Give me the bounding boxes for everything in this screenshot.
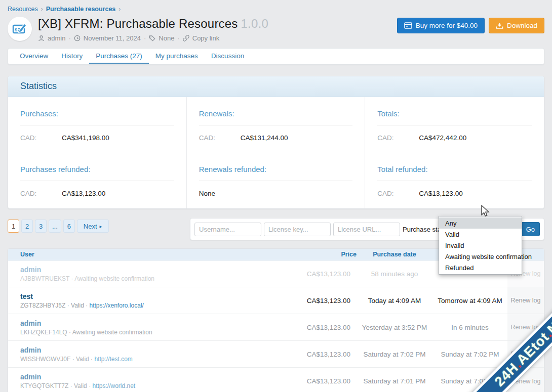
license-url-link[interactable]: https://world.net xyxy=(92,382,135,389)
price-cell: CA$13,123.00 xyxy=(298,324,357,331)
resource-header: $ [XB] XFRM: Purchasable Resources1.0.0 … xyxy=(0,15,552,46)
license-details: KTYGQTGKTT7Z · Valid · https://world.net xyxy=(20,382,293,389)
expiry-cell: In 6 minutes xyxy=(432,324,507,331)
license-url-input[interactable] xyxy=(333,223,400,236)
tab-bar: Overview History Purchases (27) My purch… xyxy=(8,48,544,65)
breadcrumb: Resources›Purchasable resources› xyxy=(0,0,552,15)
stat-totals: Totals: CAD:CA$472,442.00 xyxy=(365,97,544,153)
dropdown-option-invalid[interactable]: Invalid xyxy=(439,240,522,251)
statistics-grid: Purchases: CAD:CA$341,198.00 Renewals: C… xyxy=(8,97,544,208)
table-row: admin KTYGQTGKTT7Z · Valid · https://wor… xyxy=(8,368,544,392)
statistics-header: Statistics xyxy=(8,76,544,97)
column-header-purchase-date[interactable]: Purchase date xyxy=(357,249,432,260)
purchase-date-cell: Yesterday at 3:52 PM xyxy=(357,324,432,331)
license-key-input[interactable] xyxy=(264,223,331,236)
credit-card-icon xyxy=(404,22,412,29)
resource-tags: None xyxy=(159,34,174,42)
tab-discussion[interactable]: Discussion xyxy=(205,49,251,64)
buy-more-button[interactable]: Buy more for $40.00 xyxy=(397,18,485,33)
svg-text:$: $ xyxy=(15,27,17,32)
breadcrumb-purchasable-resources[interactable]: Purchasable resources xyxy=(46,6,116,13)
license-url-link[interactable]: https://xenforo.local/ xyxy=(89,302,143,309)
cheque-pencil-icon: $ xyxy=(12,21,27,36)
page: Resources›Purchasable resources› $ [XB] … xyxy=(0,0,552,392)
tab-history[interactable]: History xyxy=(55,49,89,64)
username-link[interactable]: test xyxy=(20,292,33,300)
username-input[interactable] xyxy=(194,223,261,236)
purchase-date-cell: Today at 4:09 AM xyxy=(357,297,432,304)
tag-icon xyxy=(149,35,155,41)
clock-icon xyxy=(74,35,81,41)
next-arrow-icon: ▸ xyxy=(100,224,102,229)
go-button[interactable]: Go xyxy=(521,222,540,236)
page-ellipsis[interactable]: ... xyxy=(49,220,61,233)
breadcrumb-separator-icon: › xyxy=(119,6,121,13)
page-1[interactable]: 1 xyxy=(8,220,19,233)
license-details: LKHZQKEF14LQ · Awaiting website confirma… xyxy=(20,329,293,336)
resource-version: 1.0.0 xyxy=(241,17,268,30)
license-details: ZGT8Z3HBYJ5Z · Valid · https://xenforo.l… xyxy=(20,302,293,309)
username-link[interactable]: admin xyxy=(20,346,41,354)
username-link[interactable]: admin xyxy=(20,373,41,381)
table-row: admin LKHZQKEF14LQ · Awaiting website co… xyxy=(8,314,544,341)
purchase-date-cell: Saturday at 7:02 PM xyxy=(357,351,432,358)
dropdown-option-awaiting[interactable]: Awaiting website confirmation xyxy=(439,251,522,262)
stat-purchases: Purchases: CAD:CA$341,198.00 xyxy=(8,97,187,153)
tab-my-purchases[interactable]: My purchases xyxy=(149,49,205,64)
price-cell: CA$13,123.00 xyxy=(298,270,357,278)
tab-overview[interactable]: Overview xyxy=(13,49,55,64)
page-6[interactable]: 6 xyxy=(63,220,75,233)
next-page-button[interactable]: Next▸ xyxy=(77,220,109,233)
column-header-user[interactable]: User xyxy=(8,249,298,260)
dropdown-option-refunded[interactable]: Refunded xyxy=(439,262,522,273)
expiry-cell: Sunday at 7:02 PM xyxy=(432,351,507,358)
license-details: AJBBWTRUEKST · Awaiting website confirma… xyxy=(20,275,293,282)
resource-meta: admin · November 11, 2024 · None · Copy … xyxy=(38,34,397,42)
table-row: admin WISSHWGWVJ0F · Valid · http://test… xyxy=(8,341,544,368)
page-title: [XB] XFRM: Purchasable Resources1.0.0 xyxy=(38,17,397,31)
breadcrumb-resources[interactable]: Resources xyxy=(8,6,38,13)
copy-link-button[interactable]: Copy link xyxy=(192,34,219,42)
license-details: WISSHWGWVJ0F · Valid · http://test.com xyxy=(20,356,293,363)
dropdown-option-valid[interactable]: Valid xyxy=(439,229,522,240)
author-link[interactable]: admin xyxy=(48,34,65,42)
purchase-date-cell: 58 minutes ago xyxy=(357,270,432,278)
license-url-link[interactable]: http://test.com xyxy=(94,356,132,363)
page-2[interactable]: 2 xyxy=(21,220,33,233)
purchase-state-dropdown: Any Valid Invalid Awaiting website confi… xyxy=(439,216,522,275)
stat-renewals: Renewals: CAD:CA$131,244.00 xyxy=(187,97,366,153)
price-cell: CA$13,123.00 xyxy=(298,377,357,385)
renew-log-link[interactable]: Renew log xyxy=(510,297,540,304)
page-3[interactable]: 3 xyxy=(35,220,47,233)
link-icon xyxy=(183,35,189,41)
stat-renewals-refunded: Renewals refunded: None xyxy=(187,153,366,208)
stat-total-refunded: Total refunded: CAD:CA$13,123.00 xyxy=(365,153,544,208)
username-link[interactable]: admin xyxy=(20,319,41,327)
price-cell: CA$13,123.00 xyxy=(298,351,357,358)
column-header-price[interactable]: Price xyxy=(298,249,357,260)
tab-purchases[interactable]: Purchases (27) xyxy=(89,49,149,64)
statistics-block: Statistics Purchases: CAD:CA$341,198.00 … xyxy=(8,76,544,209)
download-button[interactable]: Download xyxy=(489,18,544,33)
pagination-top: 1 2 3 ... 6 Next▸ xyxy=(8,220,109,233)
dropdown-option-any[interactable]: Any xyxy=(439,217,522,229)
purchase-date-cell: Saturday at 7:01 PM xyxy=(357,377,432,385)
price-cell: CA$13,123.00 xyxy=(298,297,357,304)
stat-purchases-refunded: Purchases refunded: CAD:CA$13,123.00 xyxy=(8,153,187,208)
table-row: test ZGT8Z3HBYJ5Z · Valid · https://xenf… xyxy=(8,287,544,314)
download-icon xyxy=(496,22,503,29)
resource-date: November 11, 2024 xyxy=(84,34,141,42)
breadcrumb-separator-icon: › xyxy=(41,6,43,13)
expiry-cell: Tomorrow at 4:09 AM xyxy=(432,297,507,304)
username-link[interactable]: admin xyxy=(20,266,41,274)
resource-avatar[interactable]: $ xyxy=(8,17,32,41)
person-icon xyxy=(38,35,45,41)
